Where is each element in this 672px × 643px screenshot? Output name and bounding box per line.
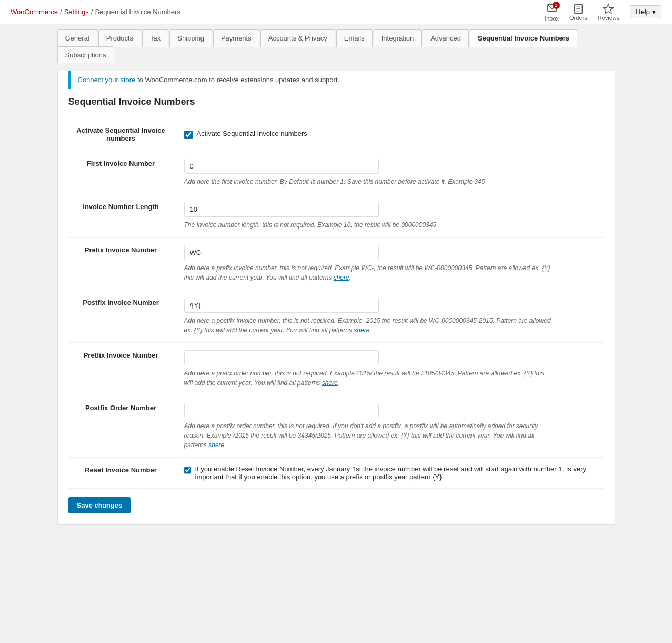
reviews-icon-button[interactable]: Reviews bbox=[598, 3, 620, 21]
cell-reset-invoice-number: If you enable Reset Invoice Number, ever… bbox=[184, 458, 604, 489]
row-reset-invoice-number: Reset Invoice Number If you enable Reset… bbox=[68, 458, 604, 489]
tab-sequential-invoice-numbers[interactable]: Sequential Invoice Numbers bbox=[470, 29, 577, 47]
activate-checkbox-row: Activate Sequential Invoice numbers bbox=[184, 130, 604, 139]
row-invoice-number-length: Invoice Number Length The Invoice number… bbox=[68, 194, 604, 238]
reset-checkbox-row: If you enable Reset Invoice Number, ever… bbox=[184, 465, 604, 481]
connect-notice: Connect your store to WooCommerce.com to… bbox=[68, 71, 604, 89]
label-pretfix-invoice-number: Pretfix Invoice Number bbox=[68, 343, 184, 395]
cell-activate: Activate Sequential Invoice numbers bbox=[184, 118, 604, 151]
row-pretfix-invoice-number: Pretfix Invoice Number Add here a prefix… bbox=[68, 343, 604, 395]
cell-prefix-invoice-number: Add here a prefix invoice number, this i… bbox=[184, 238, 604, 290]
invoice-number-length-input[interactable] bbox=[184, 202, 379, 217]
prefix-invoice-number-desc: Add here a prefix invoice number, this i… bbox=[184, 263, 553, 282]
prefix-shere-link[interactable]: shere bbox=[334, 274, 349, 281]
settings-form: Activate Sequential Invoice numbers Acti… bbox=[68, 118, 604, 489]
cell-postfix-order-number: Add here a postfix order number, this is… bbox=[184, 395, 604, 458]
tab-subscriptions[interactable]: Subscriptions bbox=[57, 46, 114, 63]
activate-label: Activate Sequential Invoice numbers bbox=[197, 130, 307, 137]
postfix-order-shere-link[interactable]: shere bbox=[208, 441, 224, 449]
postfix-order-number-input[interactable] bbox=[184, 403, 379, 418]
row-prefix-invoice-number: Prefix Invoice Number Add here a prefix … bbox=[68, 238, 604, 290]
tab-accounts-privacy[interactable]: Accounts & Privacy bbox=[260, 29, 335, 47]
prefix-invoice-number-input[interactable] bbox=[184, 245, 379, 260]
reset-invoice-number-checkbox[interactable] bbox=[184, 466, 191, 474]
row-activate: Activate Sequential Invoice numbers Acti… bbox=[68, 118, 604, 151]
inbox-icon-button[interactable]: 1 Inbox bbox=[545, 3, 559, 22]
inbox-badge: 1 bbox=[553, 2, 560, 9]
top-bar-icons: 1 Inbox Orders Reviews Help ▾ bbox=[545, 3, 661, 22]
pretfix-shere-link[interactable]: shere bbox=[322, 379, 338, 387]
pretfix-invoice-number-desc: Add here a prefix order number, this is … bbox=[184, 369, 553, 388]
cell-postfix-invoice-number: Add here a postfix invoice number, this … bbox=[184, 290, 604, 343]
cell-pretfix-invoice-number: Add here a prefix order number, this is … bbox=[184, 343, 604, 395]
row-first-invoice-number: First Invoice Number Add here the first … bbox=[68, 151, 604, 194]
pretfix-invoice-number-input[interactable] bbox=[184, 350, 379, 365]
connect-store-link[interactable]: Connect your store bbox=[78, 76, 136, 84]
tab-integration[interactable]: Integration bbox=[374, 29, 422, 47]
activate-checkbox[interactable] bbox=[184, 131, 193, 139]
cell-invoice-number-length: The Invoice number length, this is not r… bbox=[184, 194, 604, 238]
tab-emails[interactable]: Emails bbox=[336, 29, 373, 47]
help-button[interactable]: Help ▾ bbox=[630, 5, 661, 18]
svg-marker-5 bbox=[604, 4, 613, 13]
postfix-invoice-number-desc: Add here a postfix invoice number, this … bbox=[184, 316, 553, 335]
page-title: Sequential Invoice Numbers bbox=[68, 96, 604, 107]
cell-first-invoice-number: Add here the first invoice number. By De… bbox=[184, 151, 604, 194]
breadcrumb-current: Sequential Invoice Numbers bbox=[95, 8, 180, 16]
chevron-down-icon: ▾ bbox=[652, 8, 656, 16]
settings-tabs: General Products Tax Shipping Payments A… bbox=[57, 29, 615, 63]
reset-invoice-number-label: If you enable Reset Invoice Number, ever… bbox=[195, 465, 604, 481]
save-changes-button[interactable]: Save changes bbox=[68, 497, 131, 513]
orders-icon-button[interactable]: Orders bbox=[569, 3, 587, 21]
row-postfix-invoice-number: Postfix Invoice Number Add here a postfi… bbox=[68, 290, 604, 343]
settings-section: Connect your store to WooCommerce.com to… bbox=[57, 71, 615, 525]
tab-payments[interactable]: Payments bbox=[213, 29, 259, 47]
tab-general[interactable]: General bbox=[57, 29, 97, 47]
tab-tax[interactable]: Tax bbox=[142, 29, 168, 47]
main-content: General Products Tax Shipping Payments A… bbox=[47, 24, 626, 530]
tab-advanced[interactable]: Advanced bbox=[423, 29, 469, 47]
label-reset-invoice-number: Reset Invoice Number bbox=[68, 458, 184, 489]
label-activate: Activate Sequential Invoice numbers bbox=[68, 118, 184, 151]
breadcrumb: WooCommerce / Settings / Sequential Invo… bbox=[11, 8, 180, 16]
postfix-invoice-number-input[interactable] bbox=[184, 298, 379, 313]
label-prefix-invoice-number: Prefix Invoice Number bbox=[68, 238, 184, 290]
invoice-number-length-desc: The Invoice number length, this is not r… bbox=[184, 220, 553, 230]
postfix-order-number-desc: Add here a postfix order number, this is… bbox=[184, 421, 553, 450]
row-postfix-order-number: Postfix Order Number Add here a postfix … bbox=[68, 395, 604, 458]
label-first-invoice-number: First Invoice Number bbox=[68, 151, 184, 194]
tab-shipping[interactable]: Shipping bbox=[169, 29, 212, 47]
tab-products[interactable]: Products bbox=[98, 29, 141, 47]
breadcrumb-woocommerce[interactable]: WooCommerce bbox=[11, 8, 58, 16]
top-bar: WooCommerce / Settings / Sequential Invo… bbox=[0, 0, 672, 24]
first-invoice-number-input[interactable] bbox=[184, 159, 379, 174]
label-postfix-order-number: Postfix Order Number bbox=[68, 395, 184, 458]
breadcrumb-settings[interactable]: Settings bbox=[64, 8, 89, 16]
label-invoice-number-length: Invoice Number Length bbox=[68, 194, 184, 238]
postfix-shere-link[interactable]: shere bbox=[354, 327, 369, 334]
first-invoice-number-desc: Add here the first invoice number. By De… bbox=[184, 177, 553, 186]
label-postfix-invoice-number: Postfix Invoice Number bbox=[68, 290, 184, 343]
